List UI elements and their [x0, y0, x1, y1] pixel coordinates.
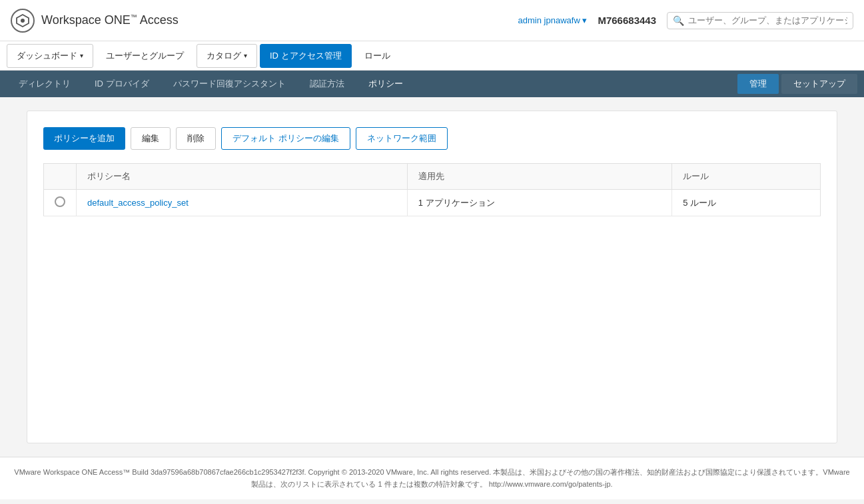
sub-nav: ディレクトリ ID プロバイダ パスワード回復アシスタント 認証方法 ポリシー … — [0, 71, 864, 97]
nav-item-roles[interactable]: ロール — [354, 44, 400, 68]
edit-default-policy-button[interactable]: デフォルト ポリシーの編集 — [221, 127, 350, 150]
row-rules: 5 ルール — [672, 190, 821, 216]
col-select — [44, 164, 77, 190]
col-policy-name: ポリシー名 — [77, 164, 408, 190]
header: Workspace ONE™ Access admin jpnawafw ▾ M… — [0, 0, 864, 41]
admin-name[interactable]: admin jpnawafw — [518, 15, 580, 25]
radio-button[interactable] — [55, 196, 65, 207]
sub-nav-password-recovery[interactable]: パスワード回復アシスタント — [161, 73, 298, 95]
table-row: default_access_policy_set 1 アプリケーション 5 ル… — [44, 190, 821, 216]
row-policy-name: default_access_policy_set — [77, 190, 408, 216]
sub-nav-id-provider[interactable]: ID プロバイダ — [83, 73, 161, 95]
row-applies-to: 1 アプリケーション — [407, 190, 671, 216]
policy-link[interactable]: default_access_policy_set — [87, 198, 189, 208]
add-policy-button[interactable]: ポリシーを追加 — [43, 127, 125, 150]
header-right: admin jpnawafw ▾ M766683443 🔍 — [518, 12, 853, 29]
chevron-down-icon: ▾ — [80, 52, 83, 59]
network-range-button[interactable]: ネットワーク範囲 — [356, 127, 448, 150]
manage-button[interactable]: 管理 — [737, 74, 779, 94]
sub-nav-right-buttons: 管理 セットアップ — [737, 74, 857, 94]
col-rules: ルール — [672, 164, 821, 190]
footer: VMware Workspace ONE Access™ Build 3da97… — [0, 457, 864, 499]
footer-text: VMware Workspace ONE Access™ Build 3da97… — [14, 468, 849, 488]
main-nav: ダッシュボード ▾ ユーザーとグループ カタログ ▾ ID とアクセス管理 ロー… — [0, 41, 864, 71]
logo-icon — [11, 9, 35, 33]
delete-button[interactable]: 削除 — [176, 127, 216, 150]
search-box: 🔍 — [667, 12, 853, 29]
svg-point-1 — [21, 19, 25, 23]
edit-button[interactable]: 編集 — [131, 127, 171, 150]
nav-item-users-groups[interactable]: ユーザーとグループ — [96, 44, 194, 68]
app-title: Workspace ONE™ Access — [41, 13, 179, 27]
nav-item-id-access[interactable]: ID とアクセス管理 — [260, 44, 352, 68]
logo-area: Workspace ONE™ Access — [11, 9, 179, 33]
col-applies-to: 適用先 — [407, 164, 671, 190]
policy-table: ポリシー名 適用先 ルール default_access_policy_set … — [43, 163, 821, 216]
search-icon: 🔍 — [673, 15, 684, 26]
sub-nav-directory[interactable]: ディレクトリ — [7, 73, 83, 95]
tenant-id: M766683443 — [598, 15, 656, 26]
sub-nav-auth-methods[interactable]: 認証方法 — [298, 73, 356, 95]
action-bar: ポリシーを追加 編集 削除 デフォルト ポリシーの編集 ネットワーク範囲 — [43, 127, 821, 150]
sub-nav-policy[interactable]: ポリシー — [356, 73, 415, 95]
row-radio-cell[interactable] — [44, 190, 77, 216]
admin-caret: ▾ — [582, 15, 587, 25]
setup-button[interactable]: セットアップ — [781, 74, 857, 94]
search-input[interactable] — [688, 15, 847, 25]
admin-info: admin jpnawafw ▾ — [518, 15, 588, 25]
nav-item-dashboard[interactable]: ダッシュボード ▾ — [7, 44, 93, 68]
content-area: ポリシーを追加 編集 削除 デフォルト ポリシーの編集 ネットワーク範囲 ポリシ… — [27, 111, 837, 443]
chevron-down-icon: ▾ — [244, 52, 247, 59]
table-header-row: ポリシー名 適用先 ルール — [44, 164, 821, 190]
nav-item-catalog[interactable]: カタログ ▾ — [197, 44, 257, 68]
